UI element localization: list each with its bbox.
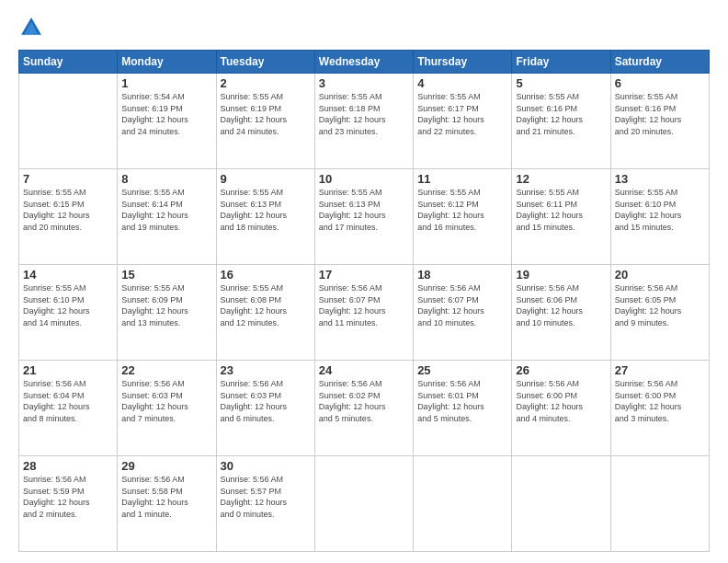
day-info: Sunrise: 5:56 AMSunset: 6:03 PMDaylight:…: [221, 378, 311, 424]
day-info: Sunrise: 5:56 AMSunset: 5:59 PMDaylight:…: [23, 474, 113, 520]
calendar-cell: 3Sunrise: 5:55 AMSunset: 6:18 PMDaylight…: [314, 74, 413, 169]
calendar-cell: 4Sunrise: 5:55 AMSunset: 6:17 PMDaylight…: [414, 74, 512, 169]
day-info: Sunrise: 5:55 AMSunset: 6:12 PMDaylight:…: [417, 187, 507, 233]
day-number: 8: [121, 172, 211, 186]
day-info: Sunrise: 5:55 AMSunset: 6:13 PMDaylight:…: [221, 187, 311, 233]
day-number: 13: [615, 172, 705, 186]
day-number: 17: [319, 268, 409, 282]
calendar-cell: 24Sunrise: 5:56 AMSunset: 6:02 PMDayligh…: [314, 361, 413, 456]
day-number: 23: [221, 363, 311, 377]
day-header-tuesday: Tuesday: [216, 51, 314, 74]
week-row-3: 14Sunrise: 5:55 AMSunset: 6:10 PMDayligh…: [19, 265, 710, 361]
calendar-cell: 7Sunrise: 5:55 AMSunset: 6:15 PMDaylight…: [19, 169, 118, 265]
calendar-cell: 15Sunrise: 5:55 AMSunset: 6:09 PMDayligh…: [118, 265, 216, 361]
day-info: Sunrise: 5:56 AMSunset: 6:07 PMDaylight:…: [417, 282, 507, 328]
calendar-cell: 30Sunrise: 5:56 AMSunset: 5:57 PMDayligh…: [216, 456, 314, 552]
calendar-cell: [512, 456, 610, 552]
day-number: 14: [23, 268, 113, 282]
day-number: 19: [516, 268, 606, 282]
day-number: 22: [121, 363, 211, 377]
day-info: Sunrise: 5:55 AMSunset: 6:16 PMDaylight:…: [615, 91, 705, 137]
calendar-cell: 21Sunrise: 5:56 AMSunset: 6:04 PMDayligh…: [19, 361, 118, 456]
day-info: Sunrise: 5:55 AMSunset: 6:09 PMDaylight:…: [121, 282, 211, 328]
day-number: 3: [319, 76, 409, 90]
day-info: Sunrise: 5:55 AMSunset: 6:10 PMDaylight:…: [23, 282, 113, 328]
header: [18, 15, 710, 40]
calendar-cell: 25Sunrise: 5:56 AMSunset: 6:01 PMDayligh…: [414, 361, 512, 456]
day-number: 16: [221, 268, 311, 282]
day-info: Sunrise: 5:55 AMSunset: 6:08 PMDaylight:…: [221, 282, 311, 328]
day-number: 18: [417, 268, 507, 282]
day-number: 26: [516, 363, 606, 377]
day-info: Sunrise: 5:55 AMSunset: 6:10 PMDaylight:…: [615, 187, 705, 233]
calendar-cell: 10Sunrise: 5:55 AMSunset: 6:13 PMDayligh…: [314, 169, 413, 265]
day-number: 6: [615, 76, 705, 90]
calendar-cell: 13Sunrise: 5:55 AMSunset: 6:10 PMDayligh…: [610, 169, 709, 265]
day-number: 28: [23, 459, 113, 473]
day-number: 25: [417, 363, 507, 377]
calendar-cell: 20Sunrise: 5:56 AMSunset: 6:05 PMDayligh…: [610, 265, 709, 361]
day-number: 20: [615, 268, 705, 282]
day-info: Sunrise: 5:55 AMSunset: 6:19 PMDaylight:…: [221, 91, 311, 137]
calendar-cell: 29Sunrise: 5:56 AMSunset: 5:58 PMDayligh…: [118, 456, 216, 552]
calendar-cell: [19, 74, 118, 169]
day-info: Sunrise: 5:55 AMSunset: 6:11 PMDaylight:…: [516, 187, 606, 233]
calendar-cell: 17Sunrise: 5:56 AMSunset: 6:07 PMDayligh…: [314, 265, 413, 361]
day-number: 30: [221, 459, 311, 473]
calendar-cell: [414, 456, 512, 552]
logo: [18, 15, 48, 40]
day-header-sunday: Sunday: [19, 51, 118, 74]
calendar-cell: 1Sunrise: 5:54 AMSunset: 6:19 PMDaylight…: [118, 74, 216, 169]
day-info: Sunrise: 5:56 AMSunset: 6:01 PMDaylight:…: [417, 378, 507, 424]
day-number: 9: [221, 172, 311, 186]
calendar-cell: 18Sunrise: 5:56 AMSunset: 6:07 PMDayligh…: [414, 265, 512, 361]
week-row-1: 1Sunrise: 5:54 AMSunset: 6:19 PMDaylight…: [19, 74, 710, 169]
day-info: Sunrise: 5:56 AMSunset: 5:58 PMDaylight:…: [121, 474, 211, 520]
day-info: Sunrise: 5:55 AMSunset: 6:18 PMDaylight:…: [319, 91, 409, 137]
day-number: 4: [417, 76, 507, 90]
day-info: Sunrise: 5:56 AMSunset: 6:00 PMDaylight:…: [516, 378, 606, 424]
day-number: 7: [23, 172, 113, 186]
day-info: Sunrise: 5:55 AMSunset: 6:14 PMDaylight:…: [121, 187, 211, 233]
day-number: 10: [319, 172, 409, 186]
day-number: 15: [121, 268, 211, 282]
day-number: 11: [417, 172, 507, 186]
calendar-cell: 2Sunrise: 5:55 AMSunset: 6:19 PMDaylight…: [216, 74, 314, 169]
week-row-5: 28Sunrise: 5:56 AMSunset: 5:59 PMDayligh…: [19, 456, 710, 552]
day-number: 5: [516, 76, 606, 90]
day-info: Sunrise: 5:56 AMSunset: 6:03 PMDaylight:…: [121, 378, 211, 424]
calendar-cell: 6Sunrise: 5:55 AMSunset: 6:16 PMDaylight…: [610, 74, 709, 169]
calendar-cell: 22Sunrise: 5:56 AMSunset: 6:03 PMDayligh…: [118, 361, 216, 456]
day-number: 2: [221, 76, 311, 90]
day-number: 24: [319, 363, 409, 377]
calendar-cell: 26Sunrise: 5:56 AMSunset: 6:00 PMDayligh…: [512, 361, 610, 456]
calendar-cell: 8Sunrise: 5:55 AMSunset: 6:14 PMDaylight…: [118, 169, 216, 265]
day-info: Sunrise: 5:55 AMSunset: 6:13 PMDaylight:…: [319, 187, 409, 233]
calendar-cell: 9Sunrise: 5:55 AMSunset: 6:13 PMDaylight…: [216, 169, 314, 265]
calendar: SundayMondayTuesdayWednesdayThursdayFrid…: [18, 50, 710, 552]
day-info: Sunrise: 5:55 AMSunset: 6:15 PMDaylight:…: [23, 187, 113, 233]
calendar-cell: 5Sunrise: 5:55 AMSunset: 6:16 PMDaylight…: [512, 74, 610, 169]
week-row-2: 7Sunrise: 5:55 AMSunset: 6:15 PMDaylight…: [19, 169, 710, 265]
calendar-cell: 11Sunrise: 5:55 AMSunset: 6:12 PMDayligh…: [414, 169, 512, 265]
day-info: Sunrise: 5:55 AMSunset: 6:16 PMDaylight:…: [516, 91, 606, 137]
day-info: Sunrise: 5:56 AMSunset: 6:00 PMDaylight:…: [615, 378, 705, 424]
day-header-saturday: Saturday: [610, 51, 709, 74]
day-header-thursday: Thursday: [414, 51, 512, 74]
day-info: Sunrise: 5:56 AMSunset: 6:04 PMDaylight:…: [23, 378, 113, 424]
day-info: Sunrise: 5:56 AMSunset: 6:06 PMDaylight:…: [516, 282, 606, 328]
day-number: 27: [615, 363, 705, 377]
day-number: 12: [516, 172, 606, 186]
calendar-cell: [610, 456, 709, 552]
header-row: SundayMondayTuesdayWednesdayThursdayFrid…: [19, 51, 710, 74]
day-info: Sunrise: 5:56 AMSunset: 6:07 PMDaylight:…: [319, 282, 409, 328]
calendar-cell: [314, 456, 413, 552]
day-header-monday: Monday: [118, 51, 216, 74]
day-info: Sunrise: 5:56 AMSunset: 6:05 PMDaylight:…: [615, 282, 705, 328]
day-number: 29: [121, 459, 211, 473]
day-info: Sunrise: 5:54 AMSunset: 6:19 PMDaylight:…: [121, 91, 211, 137]
day-number: 21: [23, 363, 113, 377]
day-info: Sunrise: 5:55 AMSunset: 6:17 PMDaylight:…: [417, 91, 507, 137]
calendar-cell: 27Sunrise: 5:56 AMSunset: 6:00 PMDayligh…: [610, 361, 709, 456]
calendar-cell: 14Sunrise: 5:55 AMSunset: 6:10 PMDayligh…: [19, 265, 118, 361]
